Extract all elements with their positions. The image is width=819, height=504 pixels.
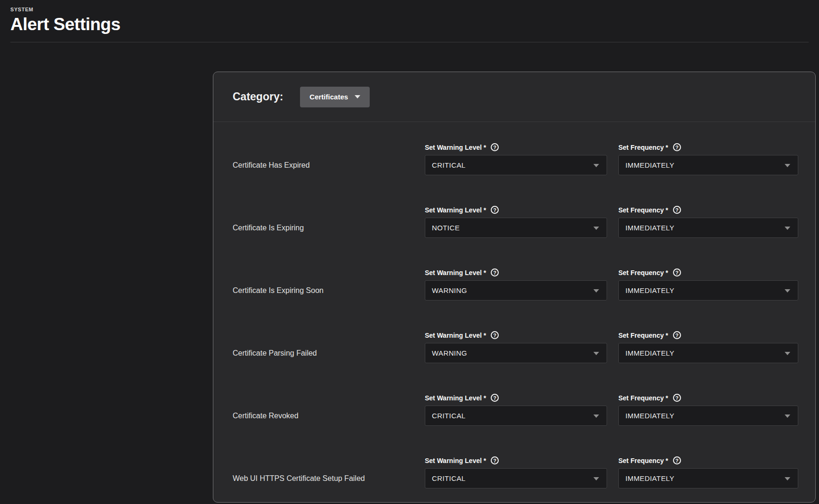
- help-icon[interactable]: ?: [491, 143, 499, 151]
- category-dropdown-button[interactable]: Certificates: [300, 87, 370, 107]
- alert-row-webui-https-certificate-setup-failed: Web UI HTTPS Certificate Setup Failed Se…: [213, 456, 815, 488]
- warning-level-label: Set Warning Level * ?: [425, 331, 607, 339]
- warning-level-select[interactable]: CRITICAL: [425, 155, 607, 175]
- help-icon[interactable]: ?: [491, 206, 499, 214]
- help-icon[interactable]: ?: [673, 394, 681, 402]
- alert-name: Certificate Has Expired: [233, 161, 414, 170]
- frequency-label: Set Frequency * ?: [618, 143, 798, 151]
- help-icon[interactable]: ?: [673, 456, 681, 464]
- frequency-label-text: Set Frequency *: [618, 332, 668, 339]
- alert-name: Certificate Revoked: [233, 412, 414, 420]
- help-icon[interactable]: ?: [491, 456, 499, 464]
- help-icon[interactable]: ?: [673, 206, 681, 214]
- header-divider: [10, 42, 809, 42]
- frequency-select[interactable]: IMMEDIATELY: [618, 406, 798, 426]
- chevron-down-icon: [785, 227, 790, 230]
- warning-level-value: CRITICAL: [432, 474, 466, 482]
- warning-level-label-text: Set Warning Level *: [425, 144, 486, 151]
- warning-level-label-text: Set Warning Level *: [425, 457, 486, 464]
- warning-level-label-text: Set Warning Level *: [425, 332, 486, 339]
- warning-level-value: NOTICE: [432, 224, 460, 232]
- alert-row-certificate-is-expiring: Certificate Is Expiring Set Warning Leve…: [213, 206, 815, 238]
- warning-level-label: Set Warning Level * ?: [425, 143, 607, 151]
- chevron-down-icon: [593, 415, 599, 418]
- warning-level-label: Set Warning Level * ?: [425, 456, 607, 464]
- chevron-down-icon: [785, 477, 790, 480]
- frequency-label: Set Frequency * ?: [618, 394, 798, 402]
- frequency-value: IMMEDIATELY: [625, 224, 674, 232]
- chevron-down-icon: [785, 289, 790, 293]
- frequency-value: IMMEDIATELY: [625, 412, 674, 420]
- warning-level-select[interactable]: WARNING: [425, 343, 607, 363]
- alert-name: Web UI HTTPS Certificate Setup Failed: [233, 474, 414, 483]
- warning-level-label: Set Warning Level * ?: [425, 206, 607, 214]
- alert-row-certificate-revoked: Certificate Revoked Set Warning Level * …: [213, 394, 815, 426]
- chevron-down-icon: [785, 352, 790, 355]
- frequency-value: IMMEDIATELY: [625, 161, 674, 169]
- frequency-select[interactable]: IMMEDIATELY: [618, 343, 798, 363]
- frequency-value: IMMEDIATELY: [625, 286, 674, 294]
- warning-level-value: WARNING: [432, 349, 467, 357]
- warning-level-select[interactable]: CRITICAL: [425, 468, 607, 488]
- help-icon[interactable]: ?: [673, 268, 681, 276]
- frequency-label-text: Set Frequency *: [618, 457, 668, 464]
- warning-level-value: WARNING: [432, 286, 467, 294]
- frequency-value: IMMEDIATELY: [625, 474, 674, 482]
- chevron-down-icon: [593, 227, 599, 230]
- category-header: Category: Certificates: [213, 72, 815, 122]
- warning-level-label: Set Warning Level * ?: [425, 268, 607, 276]
- chevron-down-icon: [785, 164, 790, 167]
- warning-level-value: CRITICAL: [432, 412, 466, 420]
- warning-level-select[interactable]: WARNING: [425, 280, 607, 301]
- help-icon[interactable]: ?: [673, 331, 681, 339]
- alert-name: Certificate Is Expiring Soon: [233, 286, 414, 295]
- alert-settings-card: Category: Certificates Certificate Has E…: [213, 72, 816, 503]
- frequency-label: Set Frequency * ?: [618, 206, 798, 214]
- help-icon[interactable]: ?: [673, 143, 681, 151]
- warning-level-label: Set Warning Level * ?: [425, 394, 607, 402]
- frequency-select[interactable]: IMMEDIATELY: [618, 468, 798, 488]
- frequency-label-text: Set Frequency *: [618, 144, 668, 151]
- help-icon[interactable]: ?: [491, 394, 499, 402]
- page-header: SYSTEM Alert Settings: [0, 0, 819, 42]
- warning-level-select[interactable]: NOTICE: [425, 218, 607, 238]
- frequency-label-text: Set Frequency *: [618, 394, 668, 402]
- help-icon[interactable]: ?: [491, 331, 499, 339]
- category-label: Category:: [233, 90, 283, 103]
- warning-level-select[interactable]: CRITICAL: [425, 406, 607, 426]
- breadcrumb-system: SYSTEM: [10, 7, 809, 12]
- chevron-down-icon: [785, 415, 790, 418]
- chevron-down-icon: [355, 95, 360, 98]
- warning-level-value: CRITICAL: [432, 161, 466, 169]
- chevron-down-icon: [593, 164, 599, 167]
- frequency-select[interactable]: IMMEDIATELY: [618, 155, 798, 175]
- frequency-label-text: Set Frequency *: [618, 206, 668, 214]
- chevron-down-icon: [593, 477, 599, 480]
- warning-level-label-text: Set Warning Level *: [425, 269, 486, 276]
- alert-row-certificate-is-expiring-soon: Certificate Is Expiring Soon Set Warning…: [213, 268, 815, 301]
- warning-level-label-text: Set Warning Level *: [425, 206, 486, 214]
- alert-row-certificate-has-expired: Certificate Has Expired Set Warning Leve…: [213, 143, 815, 175]
- alert-row-certificate-parsing-failed: Certificate Parsing Failed Set Warning L…: [213, 331, 815, 363]
- frequency-label: Set Frequency * ?: [618, 331, 798, 339]
- frequency-label-text: Set Frequency *: [618, 269, 668, 276]
- frequency-select[interactable]: IMMEDIATELY: [618, 218, 798, 238]
- warning-level-label-text: Set Warning Level *: [425, 394, 486, 402]
- chevron-down-icon: [593, 289, 599, 293]
- frequency-label: Set Frequency * ?: [618, 456, 798, 464]
- alert-name: Certificate Parsing Failed: [233, 349, 414, 358]
- alert-name: Certificate Is Expiring: [233, 224, 414, 232]
- category-dropdown-value: Certificates: [309, 93, 348, 101]
- frequency-value: IMMEDIATELY: [625, 349, 674, 357]
- chevron-down-icon: [593, 352, 599, 355]
- frequency-select[interactable]: IMMEDIATELY: [618, 280, 798, 301]
- frequency-label: Set Frequency * ?: [618, 268, 798, 276]
- page-title: Alert Settings: [10, 15, 809, 34]
- help-icon[interactable]: ?: [491, 268, 499, 276]
